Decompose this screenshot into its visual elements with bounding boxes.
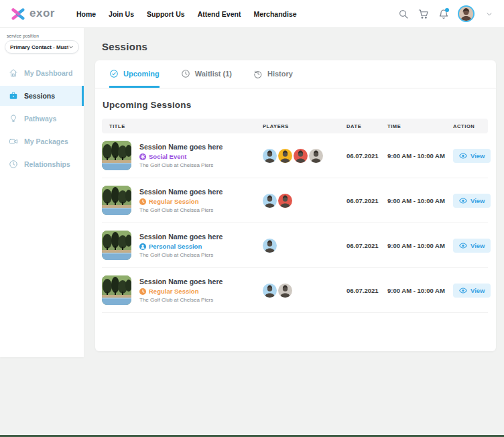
sidebar-item-my-packages[interactable]: My Packages xyxy=(0,131,84,151)
session-venue: The Golf Club at Chelsea Piers xyxy=(139,162,223,168)
view-button[interactable]: View xyxy=(453,149,491,163)
session-title-cell: Session Name goes here Personal Session … xyxy=(102,231,263,260)
sidebar-item-my-dashboard[interactable]: My Dashboard xyxy=(0,63,84,83)
column-header-date: DATE xyxy=(346,123,387,129)
session-time: 9:00 AM - 10:00 AM xyxy=(387,287,453,294)
session-info: Session Name goes here Social Event The … xyxy=(139,143,223,168)
sessions-card: UpcomingWaitlist (1)History Upcoming Ses… xyxy=(95,60,496,351)
column-header-action: ACTION xyxy=(453,123,488,129)
chevron-down-icon xyxy=(68,44,74,50)
players-avatars xyxy=(263,239,346,253)
service-position-select[interactable]: Primary Contact - Mustard... xyxy=(5,40,79,54)
player-avatar xyxy=(278,149,292,163)
player-avatar xyxy=(263,239,277,253)
session-info: Session Name goes here Regular Session T… xyxy=(139,188,223,213)
player-avatar xyxy=(263,194,277,208)
page-title: Sessions xyxy=(102,41,147,52)
nav-item-merchandise[interactable]: Merchandise xyxy=(253,10,296,18)
sessions-table: TITLEPLAYERSDATETIMEACTION xyxy=(102,119,488,313)
table-row: Session Name goes here Social Event The … xyxy=(102,133,488,178)
session-thumbnail xyxy=(102,186,131,215)
session-title-cell: Session Name goes here Social Event The … xyxy=(102,141,263,170)
players-avatars xyxy=(263,149,346,163)
column-header-title: TITLE xyxy=(102,123,263,129)
briefcase-icon xyxy=(9,91,18,101)
session-action-cell: View xyxy=(453,239,491,253)
clock-icon xyxy=(181,69,190,78)
regular-badge-icon xyxy=(139,198,146,205)
table-row: Session Name goes here Regular Session T… xyxy=(102,268,488,313)
session-title: Session Name goes here xyxy=(139,143,223,151)
nav-menu: HomeJoin UsSupport UsAttend EventMerchan… xyxy=(76,10,297,18)
video-icon xyxy=(9,137,18,146)
eye-icon xyxy=(459,243,467,249)
cart-icon[interactable] xyxy=(418,8,429,19)
player-avatar xyxy=(294,149,308,163)
sidebar-menu: My DashboardSessionsPathwaysMy PackagesR… xyxy=(0,63,84,174)
tab-upcoming[interactable]: Upcoming xyxy=(109,60,160,88)
tab-history[interactable]: History xyxy=(253,60,293,88)
session-time: 9:00 AM - 10:00 AM xyxy=(387,197,453,204)
regular-badge-icon xyxy=(139,288,146,295)
search-icon[interactable] xyxy=(397,8,409,19)
table-row: Session Name goes here Personal Session … xyxy=(102,223,488,268)
session-time: 9:00 AM - 10:00 AM xyxy=(387,242,453,249)
table-row: Session Name goes here Regular Session T… xyxy=(102,178,488,223)
session-venue: The Golf Club at Chelsea Piers xyxy=(139,252,223,258)
sidebar-item-pathways[interactable]: Pathways xyxy=(0,109,84,129)
session-title: Session Name goes here xyxy=(139,233,223,241)
eye-icon xyxy=(459,288,467,294)
session-date: 06.07.2021 xyxy=(346,242,387,249)
session-time: 9:00 AM - 10:00 AM xyxy=(387,152,453,160)
session-type-badge: Personal Session xyxy=(139,243,223,250)
section-title: Upcoming Sessions xyxy=(103,100,496,110)
column-header-time: TIME xyxy=(387,123,453,129)
bell-icon[interactable] xyxy=(438,8,449,19)
service-position-label: service position xyxy=(7,34,84,38)
history-icon xyxy=(253,69,263,78)
tab-waitlist-1[interactable]: Waitlist (1) xyxy=(181,60,232,88)
nav-right-actions xyxy=(397,5,495,22)
exor-logo[interactable]: exor xyxy=(11,7,55,20)
column-header-players: PLAYERS xyxy=(263,123,346,129)
session-date: 06.07.2021 xyxy=(346,287,387,294)
chevron-down-icon[interactable] xyxy=(483,8,495,19)
sidebar-item-sessions[interactable]: Sessions xyxy=(0,86,84,106)
session-action-cell: View xyxy=(453,149,491,163)
session-title-cell: Session Name goes here Regular Session T… xyxy=(102,186,263,215)
session-info: Session Name goes here Regular Session T… xyxy=(139,277,223,303)
nav-item-home[interactable]: Home xyxy=(76,10,96,18)
session-venue: The Golf Club at Chelsea Piers xyxy=(139,297,223,303)
session-date: 06.07.2021 xyxy=(346,152,387,160)
session-action-cell: View xyxy=(453,194,491,208)
players-avatars xyxy=(263,284,346,298)
players-avatars xyxy=(263,194,346,208)
player-avatar xyxy=(309,149,323,163)
table-body: Session Name goes here Social Event The … xyxy=(102,133,488,313)
session-title: Session Name goes here xyxy=(139,188,223,196)
session-date: 06.07.2021 xyxy=(346,197,387,204)
view-button[interactable]: View xyxy=(453,194,491,208)
check-circle-icon xyxy=(109,69,119,78)
user-avatar[interactable] xyxy=(458,5,475,22)
view-button[interactable]: View xyxy=(453,239,491,253)
view-button[interactable]: View xyxy=(453,284,491,298)
nav-item-join-us[interactable]: Join Us xyxy=(109,10,134,18)
player-avatar xyxy=(263,284,277,298)
session-type-badge: Regular Session xyxy=(139,288,223,295)
personal-badge-icon xyxy=(139,243,146,250)
nav-item-support-us[interactable]: Support Us xyxy=(147,10,185,18)
session-thumbnail xyxy=(102,275,131,305)
session-action-cell: View xyxy=(453,284,491,298)
player-avatar xyxy=(278,284,292,298)
nav-item-attend-event[interactable]: Attend Event xyxy=(198,10,241,18)
service-position-value: Primary Contact - Mustard... xyxy=(10,44,68,50)
sidebar-item-relationships[interactable]: Relationships xyxy=(0,154,84,174)
player-avatar xyxy=(278,194,292,208)
session-thumbnail xyxy=(102,141,131,170)
logo-text: exor xyxy=(29,7,55,20)
notification-dot xyxy=(445,8,449,12)
session-title-cell: Session Name goes here Regular Session T… xyxy=(102,275,263,305)
clock-icon xyxy=(9,160,18,169)
sidebar: service position Primary Contact - Musta… xyxy=(0,28,84,357)
